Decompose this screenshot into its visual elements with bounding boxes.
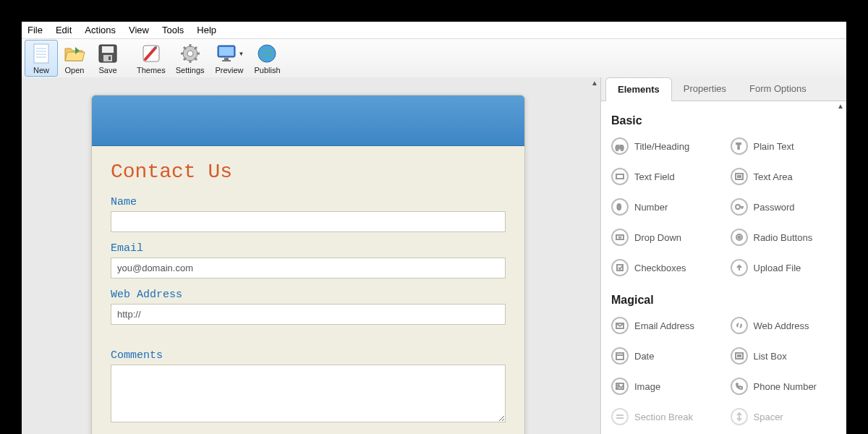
- element-email-address[interactable]: Email Address: [611, 317, 723, 334]
- upload-icon: [731, 259, 748, 276]
- elements-panel: Basic (H)Title/Heading TPlain Text Text …: [601, 101, 846, 434]
- list-icon: [731, 347, 748, 365]
- svg-rect-23: [222, 60, 231, 61]
- text-icon: T: [731, 137, 748, 155]
- element-web-address[interactable]: Web Address: [731, 317, 843, 334]
- publish-button[interactable]: Publish: [249, 40, 285, 77]
- open-button[interactable]: Open: [58, 40, 91, 77]
- folder-open-icon: [63, 42, 86, 65]
- element-image[interactable]: Image: [611, 378, 723, 395]
- menu-help[interactable]: Help: [197, 25, 216, 35]
- svg-point-32: [736, 205, 740, 209]
- new-button[interactable]: New: [25, 40, 58, 77]
- heading-icon: (H): [611, 137, 629, 155]
- element-list-box[interactable]: List Box: [731, 347, 843, 365]
- svg-rect-7: [103, 55, 112, 61]
- form-body: Contact Us Name Email Web Address Commen…: [92, 146, 524, 434]
- gear-icon: [179, 42, 202, 65]
- section-break-icon: [611, 408, 629, 425]
- password-icon: [731, 198, 748, 216]
- element-number[interactable]: 0Number: [611, 198, 723, 216]
- monitor-icon: [215, 42, 238, 65]
- email-icon: [611, 317, 629, 334]
- app-window: File Edit Actions View Tools Help New Op…: [22, 22, 846, 434]
- element-drop-down[interactable]: Drop Down: [611, 229, 723, 246]
- svg-line-17: [195, 58, 197, 60]
- sidebar: Elements Properties Form Options ▲ Basic…: [600, 77, 846, 434]
- tab-elements[interactable]: Elements: [605, 77, 672, 101]
- element-checkboxes[interactable]: Checkboxes: [611, 259, 723, 276]
- element-date[interactable]: Date: [611, 347, 723, 365]
- checkbox-icon: [611, 259, 629, 276]
- text-field-icon: [611, 168, 629, 185]
- settings-label: Settings: [176, 66, 205, 75]
- tab-form-options[interactable]: Form Options: [738, 77, 818, 101]
- themes-label: Themes: [137, 66, 166, 75]
- new-label: New: [33, 66, 49, 75]
- elements-grid-magical: Email Address Web Address Date List Box …: [611, 317, 842, 425]
- element-text-field[interactable]: Text Field: [611, 168, 723, 185]
- field-textarea-comments[interactable]: [111, 365, 506, 422]
- svg-rect-6: [102, 46, 114, 53]
- svg-text:(H): (H): [616, 144, 624, 150]
- settings-button[interactable]: Settings: [171, 40, 210, 77]
- sidebar-wrap: ▲ Elements Properties Form Options ▲ Bas…: [589, 77, 846, 434]
- svg-text:T: T: [736, 142, 741, 150]
- form-preview[interactable]: Contact Us Name Email Web Address Commen…: [91, 95, 525, 434]
- link-icon: [731, 317, 748, 334]
- element-section-break[interactable]: Section Break: [611, 408, 723, 425]
- text-area-icon: [731, 168, 748, 185]
- toolbar: New Open Save Themes Settings: [22, 39, 846, 78]
- element-spacer[interactable]: Spacer: [731, 408, 843, 425]
- svg-rect-40: [616, 353, 624, 359]
- main-area: Contact Us Name Email Web Address Commen…: [22, 77, 846, 434]
- number-icon: 0: [611, 198, 629, 216]
- element-password[interactable]: Password: [731, 198, 843, 216]
- canvas-scrollbar[interactable]: ▲: [589, 77, 600, 434]
- svg-rect-21: [219, 47, 234, 56]
- element-text-area[interactable]: Text Area: [731, 168, 843, 185]
- menu-file[interactable]: File: [27, 25, 43, 35]
- svg-point-11: [187, 51, 193, 56]
- svg-rect-8: [109, 56, 111, 60]
- preview-label: Preview: [215, 66, 243, 75]
- themes-icon: [140, 42, 163, 65]
- element-phone-number[interactable]: Phone Number: [731, 378, 843, 395]
- radio-icon: [731, 229, 748, 246]
- save-button[interactable]: Save: [91, 40, 124, 77]
- publish-label: Publish: [254, 66, 280, 75]
- field-input-email[interactable]: [111, 258, 506, 278]
- menu-edit[interactable]: Edit: [56, 25, 72, 35]
- element-plain-text[interactable]: TPlain Text: [731, 137, 843, 155]
- field-label-web: Web Address: [111, 289, 506, 301]
- new-file-icon: [30, 42, 53, 65]
- element-upload-file[interactable]: Upload File: [731, 259, 843, 276]
- element-title-heading[interactable]: (H)Title/Heading: [611, 137, 723, 155]
- menu-view[interactable]: View: [129, 25, 149, 35]
- elements-grid-basic: (H)Title/Heading TPlain Text Text Field …: [611, 137, 842, 276]
- scroll-up-icon[interactable]: ▲: [589, 77, 600, 88]
- menu-tools[interactable]: Tools: [162, 25, 184, 35]
- svg-rect-0: [34, 44, 48, 63]
- preview-button[interactable]: ▼ Preview: [210, 40, 250, 77]
- field-input-name[interactable]: [111, 211, 506, 232]
- dropdown-icon: [611, 229, 629, 246]
- open-label: Open: [65, 66, 85, 75]
- tab-properties[interactable]: Properties: [672, 77, 738, 101]
- themes-button[interactable]: Themes: [132, 40, 171, 77]
- field-label-email: Email: [111, 242, 506, 255]
- field-input-web[interactable]: [111, 304, 506, 325]
- save-icon: [96, 42, 119, 65]
- element-radio-buttons[interactable]: Radio Buttons: [731, 229, 843, 246]
- image-icon: [611, 378, 629, 395]
- section-magical-title: Magical: [611, 294, 842, 307]
- svg-point-24: [258, 45, 276, 62]
- svg-point-37: [738, 237, 740, 239]
- field-label-name: Name: [111, 196, 506, 208]
- menu-actions[interactable]: Actions: [85, 25, 116, 35]
- canvas[interactable]: Contact Us Name Email Web Address Commen…: [22, 77, 589, 434]
- field-label-comments: Comments: [111, 349, 506, 362]
- menubar: File Edit Actions View Tools Help: [22, 22, 846, 39]
- date-icon: [611, 347, 629, 365]
- sidebar-tabs: Elements Properties Form Options: [601, 77, 846, 101]
